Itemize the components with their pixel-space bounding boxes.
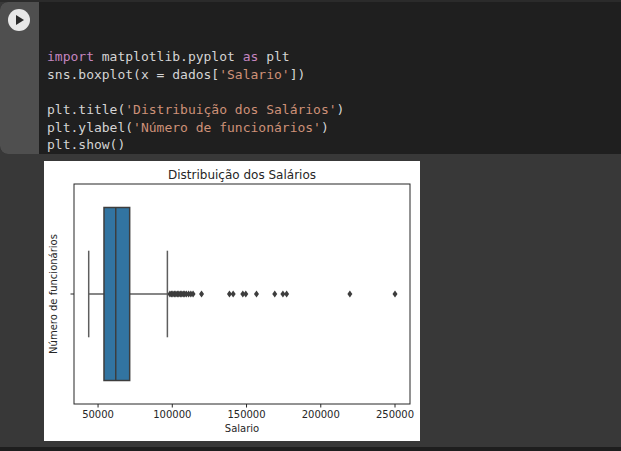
code-line: import matplotlib.pyplot as plt <box>47 48 621 66</box>
matplotlib-figure: Distribuição dos SaláriosSalarioNúmero d… <box>44 161 420 441</box>
code-editor[interactable]: import matplotlib.pyplot as pltsns.boxpl… <box>39 2 621 154</box>
code-token: sns.boxplot(x = dados[ <box>47 67 219 82</box>
x-axis-label: Salario <box>225 423 259 434</box>
x-tick-label: 200000 <box>302 409 340 420</box>
code-token: 'Distribuição dos Salários' <box>125 102 336 117</box>
x-tick-label: 100000 <box>153 409 191 420</box>
code-lines: import matplotlib.pyplot as pltsns.boxpl… <box>47 48 621 154</box>
code-token: 'Número de funcionários' <box>133 120 321 135</box>
code-token: plt <box>258 49 289 64</box>
y-axis-label: Número de funcionários <box>48 234 59 354</box>
code-token: 'Salario' <box>219 67 289 82</box>
cell-gutter <box>0 2 39 154</box>
code-token: ) <box>337 102 345 117</box>
code-cell: import matplotlib.pyplot as pltsns.boxpl… <box>0 2 621 154</box>
chart-title: Distribuição dos Salários <box>168 168 316 182</box>
run-cell-button[interactable] <box>8 9 30 31</box>
x-tick-label: 50000 <box>82 409 114 420</box>
code-token: matplotlib.pyplot <box>94 49 243 64</box>
x-tick-label: 250000 <box>376 409 414 420</box>
code-token: as <box>243 49 259 64</box>
code-line: plt.show() <box>47 136 621 154</box>
play-icon <box>16 15 24 25</box>
code-line: plt.ylabel('Número de funcionários') <box>47 119 621 137</box>
notebook-screen: import matplotlib.pyplot as pltsns.boxpl… <box>0 0 621 451</box>
code-line: sns.boxplot(x = dados['Salario']) <box>47 66 621 84</box>
code-token: plt.title( <box>47 102 125 117</box>
boxplot-svg: Distribuição dos SaláriosSalarioNúmero d… <box>44 161 420 441</box>
bottom-edge-divider <box>0 447 621 451</box>
figure-background <box>44 161 420 441</box>
code-token: plt.show() <box>47 137 125 152</box>
code-token: import <box>47 49 94 64</box>
x-tick-label: 150000 <box>227 409 265 420</box>
code-line <box>47 83 621 101</box>
code-token: ) <box>321 120 329 135</box>
code-token: plt.ylabel( <box>47 120 133 135</box>
code-token: ]) <box>290 67 306 82</box>
iqr-box <box>104 208 130 381</box>
code-line: plt.title('Distribuição dos Salários') <box>47 101 621 119</box>
